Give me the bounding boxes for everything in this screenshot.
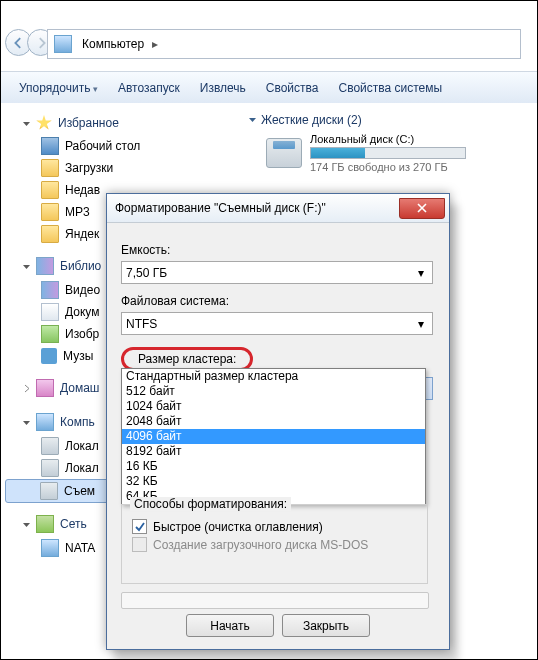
cluster-option[interactable]: 32 КБ bbox=[122, 474, 425, 489]
chevron-down-icon bbox=[21, 261, 32, 272]
breadcrumb-separator-icon: ▸ bbox=[148, 37, 162, 51]
video-icon bbox=[41, 281, 59, 299]
cluster-option[interactable]: 8192 байт bbox=[122, 444, 425, 459]
chevron-down-icon: ▾ bbox=[413, 266, 428, 280]
dialog-close-button[interactable] bbox=[399, 198, 445, 219]
capacity-label: Емкость: bbox=[121, 243, 435, 257]
images-icon bbox=[41, 325, 59, 343]
desktop-icon bbox=[41, 137, 59, 155]
nav-group-label: Компь bbox=[60, 415, 95, 429]
section-title: Жесткие диски (2) bbox=[261, 113, 362, 127]
breadcrumb-root[interactable]: Компьютер bbox=[78, 37, 148, 51]
cluster-option[interactable]: 1024 байт bbox=[122, 399, 425, 414]
arrow-right-icon bbox=[35, 37, 47, 49]
drive-name: Локальный диск (C:) bbox=[310, 133, 466, 145]
drive-c[interactable]: Локальный диск (C:) 174 ГБ свободно из 2… bbox=[244, 131, 537, 173]
format-options-group: Способы форматирования: Быстрое (очистка… bbox=[121, 504, 428, 584]
cluster-option[interactable]: 2048 байт bbox=[122, 414, 425, 429]
filesystem-value: NTFS bbox=[126, 317, 157, 331]
section-hard-disks[interactable]: Жесткие диски (2) bbox=[244, 103, 537, 131]
toolbar-eject[interactable]: Извлечь bbox=[192, 77, 254, 99]
capacity-value: 7,50 ГБ bbox=[126, 266, 167, 280]
folder-icon bbox=[41, 181, 59, 199]
quick-format-checkbox[interactable]: Быстрое (очистка оглавления) bbox=[122, 519, 427, 537]
nav-group-label: Домаш bbox=[60, 381, 100, 395]
close-icon bbox=[417, 203, 427, 213]
drive-icon bbox=[40, 482, 58, 500]
chevron-down-icon bbox=[21, 118, 32, 129]
chevron-down-icon bbox=[248, 113, 257, 127]
msdos-boot-label: Создание загрузочного диска MS-DOS bbox=[153, 538, 368, 552]
drive-meta: Локальный диск (C:) 174 ГБ свободно из 2… bbox=[310, 133, 466, 173]
nav-group-label: Сеть bbox=[60, 517, 87, 531]
cluster-option[interactable]: 16 КБ bbox=[122, 459, 425, 474]
homegroup-icon bbox=[36, 379, 54, 397]
hard-drive-icon bbox=[266, 138, 302, 168]
nav-item-downloads[interactable]: Загрузки bbox=[1, 157, 244, 179]
chevron-down-icon bbox=[21, 417, 32, 428]
checkbox-icon bbox=[132, 537, 147, 552]
folder-icon bbox=[41, 159, 59, 177]
capacity-bar bbox=[310, 147, 466, 159]
close-button[interactable]: Закрыть bbox=[282, 614, 370, 637]
dialog-title: Форматирование "Съемный диск (F:)" bbox=[115, 201, 326, 215]
documents-icon bbox=[41, 303, 59, 321]
nav-group-favorites[interactable]: Избранное bbox=[1, 111, 244, 135]
folder-icon bbox=[41, 225, 59, 243]
computer-icon bbox=[54, 35, 72, 53]
chevron-down-icon: ▾ bbox=[413, 317, 428, 331]
start-button[interactable]: Начать bbox=[186, 614, 274, 637]
libraries-icon bbox=[36, 257, 54, 275]
cluster-option[interactable]: 512 байт bbox=[122, 384, 425, 399]
drive-icon bbox=[41, 437, 59, 455]
chevron-right-icon bbox=[21, 383, 32, 394]
toolbar-autoplay[interactable]: Автозапуск bbox=[110, 77, 188, 99]
format-options-title: Способы форматирования: bbox=[130, 497, 291, 511]
chevron-down-icon bbox=[21, 519, 32, 530]
drive-icon bbox=[41, 459, 59, 477]
toolbar-system-properties[interactable]: Свойства системы bbox=[330, 77, 450, 99]
toolbar-properties[interactable]: Свойства bbox=[258, 77, 327, 99]
nav-group-label: Избранное bbox=[58, 116, 119, 130]
toolbar-organize[interactable]: Упорядочить bbox=[11, 77, 106, 99]
checkbox-icon bbox=[132, 519, 147, 534]
nav-group-label: Библио bbox=[60, 259, 101, 273]
msdos-boot-checkbox: Создание загрузочного диска MS-DOS bbox=[122, 537, 427, 555]
filesystem-label: Файловая система: bbox=[121, 294, 435, 308]
network-icon bbox=[36, 515, 54, 533]
star-icon bbox=[36, 115, 52, 131]
capacity-text: 174 ГБ свободно из 270 ГБ bbox=[310, 161, 466, 173]
filesystem-select[interactable]: NTFS ▾ bbox=[121, 312, 433, 335]
computer-icon bbox=[41, 539, 59, 557]
explorer-toolbar: Упорядочить Автозапуск Извлечь Свойства … bbox=[1, 71, 538, 105]
quick-format-label: Быстрое (очистка оглавления) bbox=[153, 520, 323, 534]
cluster-option[interactable]: Стандартный размер кластера bbox=[122, 369, 425, 384]
format-dialog: Форматирование "Съемный диск (F:)" Емкос… bbox=[106, 193, 450, 650]
music-icon bbox=[41, 348, 57, 364]
dialog-titlebar[interactable]: Форматирование "Съемный диск (F:)" bbox=[107, 194, 449, 223]
computer-icon bbox=[36, 413, 54, 431]
nav-item-desktop[interactable]: Рабочий стол bbox=[1, 135, 244, 157]
format-progress-bar bbox=[121, 592, 429, 609]
cluster-option[interactable]: 4096 байт bbox=[122, 429, 425, 444]
folder-icon bbox=[41, 203, 59, 221]
capacity-select[interactable]: 7,50 ГБ ▾ bbox=[121, 261, 433, 284]
arrow-left-icon bbox=[13, 37, 25, 49]
cluster-size-dropdown[interactable]: Стандартный размер кластера512 байт1024 … bbox=[121, 368, 426, 505]
address-bar[interactable]: Компьютер ▸ bbox=[47, 29, 521, 59]
